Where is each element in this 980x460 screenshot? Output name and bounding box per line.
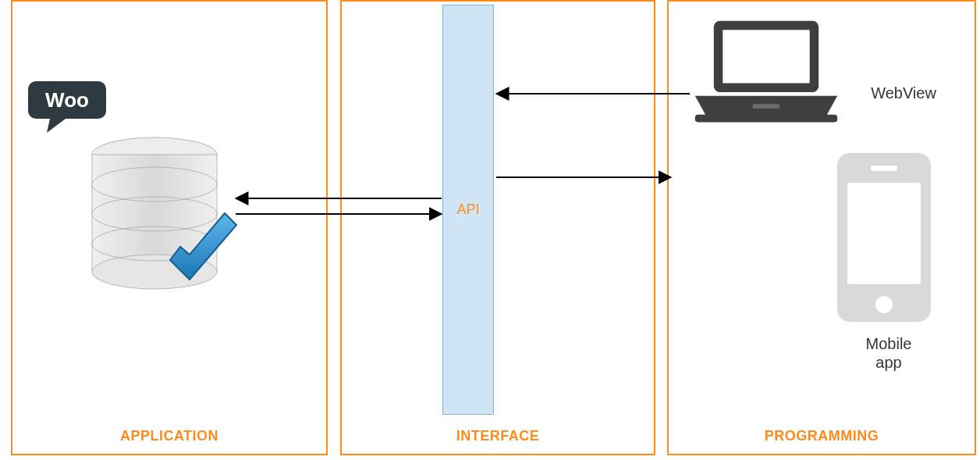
panel-interface: INTERFACE — [340, 0, 655, 455]
api-label: API — [456, 201, 479, 218]
phone-icon — [833, 152, 935, 326]
woo-badge-icon: Woo — [28, 81, 106, 139]
svg-rect-14 — [847, 183, 921, 284]
diagram-stage: APPLICATION INTERFACE PROGRAMMING API Wo… — [0, 0, 980, 460]
svg-rect-10 — [723, 30, 809, 83]
svg-rect-11 — [695, 115, 837, 123]
api-column: API — [442, 5, 494, 415]
panel-application-label: APPLICATION — [12, 428, 326, 444]
mobile-label-line1: Mobile — [866, 335, 912, 352]
laptop-icon — [691, 17, 841, 133]
svg-rect-12 — [753, 104, 780, 109]
mobile-app-label: Mobile app — [846, 334, 932, 372]
panel-programming-label: PROGRAMMING — [669, 428, 975, 444]
svg-rect-16 — [871, 166, 897, 171]
woo-badge-text: Woo — [45, 88, 89, 112]
svg-marker-1 — [47, 119, 66, 133]
svg-point-15 — [875, 296, 893, 313]
panel-interface-label: INTERFACE — [342, 428, 654, 444]
webview-label: WebView — [857, 84, 950, 102]
mobile-label-line2: app — [875, 354, 901, 371]
database-check-icon — [84, 131, 229, 322]
